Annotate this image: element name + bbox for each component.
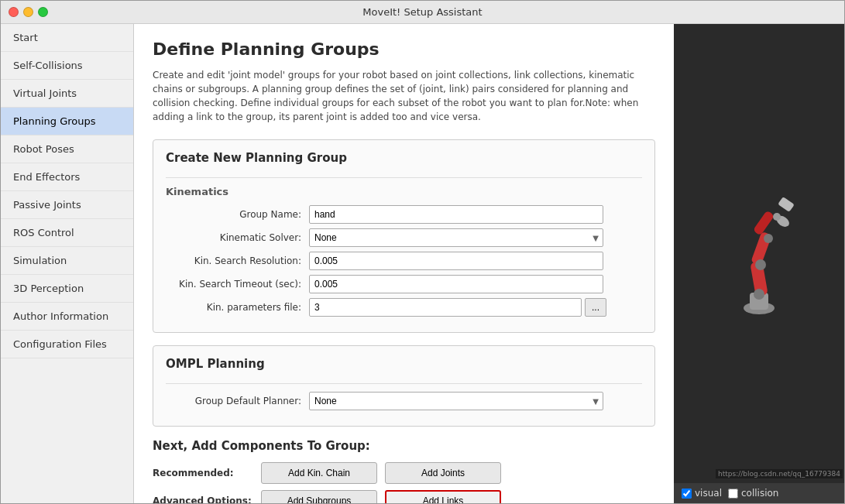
collision-label: collision [741, 488, 778, 499]
kinematic-solver-select[interactable]: None [309, 228, 603, 247]
visual-checkbox[interactable] [682, 489, 692, 499]
sidebar-item-end-effectors[interactable]: End Effectors [1, 163, 133, 191]
kin-search-timeout-row: Kin. Search Timeout (sec): [166, 275, 642, 293]
minimize-button[interactable] [23, 7, 33, 17]
group-name-input[interactable] [309, 205, 603, 224]
add-joints-button[interactable]: Add Joints [385, 462, 501, 484]
group-name-row: Group Name: [166, 205, 642, 224]
group-name-label: Group Name: [166, 209, 309, 220]
page-description: Create and edit 'joint model' groups for… [153, 68, 655, 124]
kin-parameters-input[interactable] [309, 298, 582, 317]
recommended-row: Recommended: Add Kin. Chain Add Joints [153, 462, 655, 484]
page-title: Define Planning Groups [153, 39, 655, 59]
group-default-planner-wrapper: None ▼ [309, 392, 603, 410]
create-planning-group-section: Create New Planning Group Kinematics Gro… [153, 139, 655, 333]
advanced-buttons: Add Subgroups Add Links [261, 490, 501, 503]
visual-checkbox-label[interactable]: visual [682, 488, 722, 499]
sidebar-item-virtual-joints[interactable]: Virtual Joints [1, 80, 133, 108]
kin-search-resolution-input[interactable] [309, 252, 603, 270]
recommended-buttons: Add Kin. Chain Add Joints [261, 462, 501, 484]
section-header: Create New Planning Group [166, 151, 642, 178]
ompl-section-title: OMPL Planning [166, 357, 642, 371]
add-subgroups-button[interactable]: Add Subgroups [261, 490, 377, 503]
add-kin-chain-button[interactable]: Add Kin. Chain [261, 462, 377, 484]
main-content: StartSelf-CollisionsVirtual JointsPlanni… [1, 24, 844, 503]
svg-rect-4 [753, 210, 775, 235]
kin-parameters-label: Kin. parameters file: [166, 302, 309, 313]
close-button[interactable] [9, 7, 19, 17]
kinematic-solver-wrapper: None ▼ [309, 228, 603, 247]
advanced-row: Advanced Options: Add Subgroups Add Link… [153, 490, 655, 503]
advanced-label: Advanced Options: [153, 495, 261, 503]
kin-search-timeout-input[interactable] [309, 275, 603, 293]
kin-search-resolution-label: Kin. Search Resolution: [166, 255, 309, 266]
main-panel: Define Planning Groups Create and edit '… [134, 24, 674, 503]
sidebar-item-self-collisions[interactable]: Self-Collisions [1, 52, 133, 80]
sidebar-item-ros-control[interactable]: ROS Control [1, 219, 133, 247]
svg-point-9 [773, 213, 781, 221]
window-title: MoveIt! Setup Assistant [362, 6, 482, 18]
kin-parameters-row: Kin. parameters file: ... [166, 298, 642, 317]
sidebar-item-configuration-files[interactable]: Configuration Files [1, 331, 133, 358]
create-section-title: Create New Planning Group [166, 151, 642, 165]
kinematic-solver-label: Kinematic Solver: [166, 232, 309, 243]
collision-checkbox-label[interactable]: collision [728, 488, 778, 499]
collision-checkbox[interactable] [728, 489, 738, 499]
group-default-planner-row: Group Default Planner: None ▼ [166, 392, 642, 410]
svg-point-7 [755, 259, 766, 270]
sidebar-item-3d-perception[interactable]: 3D Perception [1, 275, 133, 303]
visual-label: visual [695, 488, 722, 499]
svg-point-6 [754, 289, 764, 300]
svg-point-8 [764, 234, 773, 243]
next-section-title: Next, Add Components To Group: [153, 439, 655, 453]
svg-rect-10 [778, 196, 795, 211]
sidebar-item-planning-groups[interactable]: Planning Groups [1, 108, 133, 135]
sidebar-item-author-information[interactable]: Author Information [1, 303, 133, 331]
sidebar-item-robot-poses[interactable]: Robot Poses [1, 135, 133, 163]
add-components-section: Next, Add Components To Group: Recommend… [153, 439, 655, 503]
app-window: MoveIt! Setup Assistant StartSelf-Collis… [0, 0, 845, 504]
sidebar-item-simulation[interactable]: Simulation [1, 247, 133, 275]
add-links-button[interactable]: Add Links [385, 490, 501, 503]
ompl-section: OMPL Planning Group Default Planner: Non… [153, 345, 655, 427]
kin-search-resolution-row: Kin. Search Resolution: [166, 252, 642, 270]
kin-search-timeout-label: Kin. Search Timeout (sec): [166, 279, 309, 290]
ompl-header: OMPL Planning [166, 357, 642, 384]
group-default-planner-label: Group Default Planner: [166, 396, 309, 406]
titlebar: MoveIt! Setup Assistant [1, 1, 844, 24]
recommended-label: Recommended: [153, 468, 261, 478]
kinematics-label: Kinematics [166, 186, 642, 197]
sidebar-item-start[interactable]: Start [1, 24, 133, 52]
watermark: https://blog.csdn.net/qq_16779384 [716, 469, 843, 478]
browse-button[interactable]: ... [585, 298, 606, 317]
maximize-button[interactable] [38, 7, 48, 17]
robot-viewport [674, 24, 844, 483]
group-default-planner-select[interactable]: None [309, 392, 603, 410]
kinematic-solver-row: Kinematic Solver: None ▼ [166, 228, 642, 247]
kin-parameters-file-group: ... [309, 298, 606, 317]
sidebar-item-passive-joints[interactable]: Passive Joints [1, 191, 133, 219]
robot-panel: visual collision https://blog.csdn.net/q… [674, 24, 844, 503]
robot-controls: visual collision [674, 483, 844, 503]
robot-arm-svg [705, 177, 813, 331]
window-controls [9, 7, 48, 17]
sidebar: StartSelf-CollisionsVirtual JointsPlanni… [1, 24, 134, 503]
